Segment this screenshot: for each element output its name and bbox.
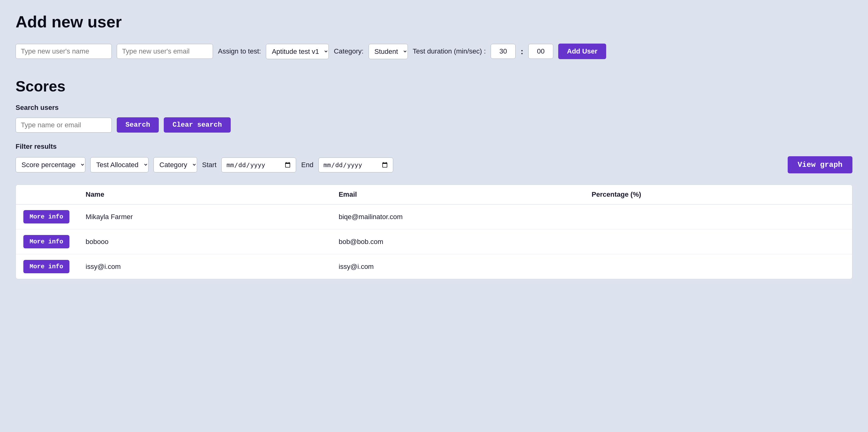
score-filter-select[interactable]: Score percentage — [16, 157, 85, 173]
row-name-3: issy@i.com — [86, 263, 339, 271]
row-email-1: biqe@mailinator.com — [339, 213, 592, 221]
table-header: Name Email Percentage (%) — [16, 185, 852, 205]
category-filter-select[interactable]: Category — [154, 157, 197, 173]
row-action-1: More info — [23, 210, 86, 223]
start-date-input[interactable] — [221, 157, 296, 173]
test-allocated-select[interactable]: Test Allocated — [90, 157, 149, 173]
col-header-name: Name — [86, 190, 339, 198]
search-input[interactable] — [16, 118, 112, 132]
page-title: Add new user — [16, 12, 852, 31]
more-info-button-2[interactable]: More info — [23, 235, 69, 248]
duration-sec-input[interactable] — [528, 44, 553, 59]
table-row: More info bobooo bob@bob.com — [16, 229, 852, 254]
more-info-button-3[interactable]: More info — [23, 260, 69, 273]
row-name-2: bobooo — [86, 238, 339, 246]
user-name-input[interactable] — [16, 44, 112, 59]
col-header-action — [23, 190, 86, 198]
search-users-label: Search users — [16, 104, 852, 112]
end-date-input[interactable] — [318, 157, 393, 173]
assign-test-select[interactable]: Aptitude test v1 — [266, 44, 329, 59]
row-action-3: More info — [23, 260, 86, 273]
more-info-button-1[interactable]: More info — [23, 210, 69, 223]
scores-section: Scores Search users Search Clear search … — [16, 78, 852, 279]
row-name-1: Mikayla Farmer — [86, 213, 339, 221]
search-button[interactable]: Search — [117, 117, 159, 132]
end-label: End — [301, 161, 313, 169]
duration-colon: : — [521, 47, 523, 56]
table-row: More info Mikayla Farmer biqe@mailinator… — [16, 205, 852, 229]
col-header-email: Email — [339, 190, 592, 198]
add-user-button[interactable]: Add User — [558, 43, 606, 59]
col-header-percentage: Percentage (%) — [592, 190, 845, 198]
duration-label: Test duration (min/sec) : — [413, 47, 486, 55]
filter-results-label: Filter results — [16, 143, 852, 151]
start-label: Start — [202, 161, 216, 169]
assign-label: Assign to test: — [218, 47, 261, 55]
table-row: More info issy@i.com issy@i.com — [16, 254, 852, 279]
row-action-2: More info — [23, 235, 86, 248]
scores-title: Scores — [16, 78, 852, 95]
row-email-2: bob@bob.com — [339, 238, 592, 246]
user-email-input[interactable] — [117, 44, 213, 59]
scores-table: Name Email Percentage (%) More info Mika… — [16, 185, 852, 279]
search-row: Search Clear search — [16, 117, 852, 132]
category-label: Category: — [334, 47, 363, 55]
duration-min-input[interactable] — [491, 44, 516, 59]
clear-search-button[interactable]: Clear search — [164, 117, 230, 132]
add-user-section: Assign to test: Aptitude test v1 Categor… — [16, 43, 852, 59]
row-email-3: issy@i.com — [339, 263, 592, 271]
category-select[interactable]: Student — [369, 44, 408, 59]
filter-row: Score percentage Test Allocated Category… — [16, 156, 852, 173]
view-graph-button[interactable]: View graph — [788, 156, 852, 173]
